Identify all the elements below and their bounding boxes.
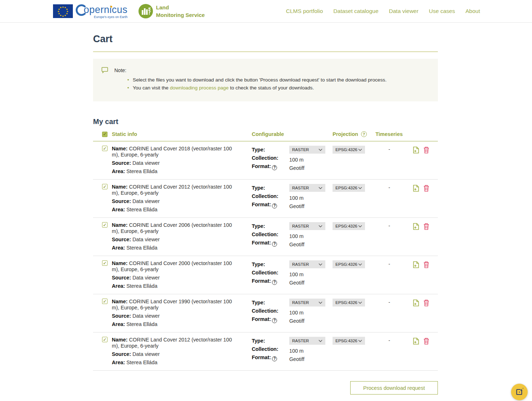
copernicus-text: opernicus xyxy=(84,4,128,16)
configurable-labels: Type: Collection: Format:? xyxy=(252,146,289,171)
copernicus-logo[interactable]: ★★★★★★★★★★★★ opernicus Europe's eyes on … xyxy=(53,4,128,19)
trash-icon[interactable] xyxy=(423,146,429,154)
item-area: Sterea Elláda xyxy=(127,321,158,327)
nav-item[interactable]: About xyxy=(465,8,480,14)
format-help-icon[interactable]: ? xyxy=(272,356,277,361)
cart-row: ✓ Name: CORINE Land Cover 2006 (vector/r… xyxy=(93,218,438,256)
format-help-icon[interactable]: ? xyxy=(272,318,277,323)
column-configurable: Configurable xyxy=(252,131,333,137)
item-area: Sterea Elláda xyxy=(127,207,158,212)
chevron-down-icon xyxy=(318,301,322,304)
type-select[interactable]: RASTER xyxy=(289,260,325,268)
format-value: Geotiff xyxy=(289,318,333,324)
type-select[interactable]: RASTER xyxy=(289,337,325,345)
source-label: Source: xyxy=(112,198,131,204)
format-help-icon[interactable]: ? xyxy=(272,280,277,285)
static-info-cell: Name: CORINE Land Cover 1990 (vector/ras… xyxy=(112,299,239,327)
downloading-process-page-link[interactable]: downloading process page xyxy=(170,85,229,91)
row-checkbox[interactable]: ✓ xyxy=(102,222,107,228)
trash-icon[interactable] xyxy=(423,185,429,192)
item-area: Sterea Elláda xyxy=(127,245,158,251)
projection-cell: EPSG:4326 xyxy=(333,299,375,307)
file-plus-icon[interactable] xyxy=(413,261,419,268)
file-plus-icon[interactable] xyxy=(413,185,419,192)
logo-group: ★★★★★★★★★★★★ opernicus Europe's eyes on … xyxy=(53,4,205,19)
select-all-checkbox[interactable]: ✓ xyxy=(102,132,107,137)
item-source: Data viewer xyxy=(132,160,160,166)
title-divider xyxy=(93,52,438,52)
note-item: You can visit the downloading process pa… xyxy=(127,85,438,91)
eu-flag-icon: ★★★★★★★★★★★★ xyxy=(53,4,73,18)
static-info-cell: Name: CORINE Land Cover 2000 (vector/ras… xyxy=(112,260,239,289)
file-plus-icon[interactable] xyxy=(413,223,419,230)
nav-item[interactable]: Use cases xyxy=(429,8,455,14)
configurable-values: RASTER 100 m Geotiff xyxy=(289,184,333,209)
item-source: Data viewer xyxy=(132,275,160,281)
type-select[interactable]: RASTER xyxy=(289,299,325,307)
format-help-icon[interactable]: ? xyxy=(272,165,277,170)
item-name: CORINE Land Cover 2000 (vector/raster 10… xyxy=(112,260,232,272)
type-select[interactable]: RASTER xyxy=(289,146,325,154)
trash-icon[interactable] xyxy=(423,338,429,345)
row-actions xyxy=(413,146,438,154)
area-label: Area: xyxy=(112,321,125,327)
row-actions xyxy=(413,222,438,230)
row-checkbox[interactable]: ✓ xyxy=(102,184,107,189)
row-checkbox[interactable]: ✓ xyxy=(102,146,107,151)
projection-select[interactable]: EPSG:4326 xyxy=(333,146,365,154)
row-checkbox[interactable]: ✓ xyxy=(102,299,107,304)
item-source: Data viewer xyxy=(132,351,160,357)
format-value: Geotiff xyxy=(289,280,333,286)
type-select-value: RASTER xyxy=(292,300,309,305)
projection-cell: EPSG:4326 xyxy=(333,184,375,192)
feedback-fab-button[interactable] xyxy=(511,384,528,400)
trash-icon[interactable] xyxy=(423,299,429,307)
projection-cell: EPSG:4326 xyxy=(333,260,375,268)
type-select-value: RASTER xyxy=(292,339,309,343)
process-download-request-button[interactable]: Process download request xyxy=(350,381,438,395)
format-label: Format: xyxy=(252,240,271,246)
collection-label: Collection: xyxy=(252,154,289,162)
type-label: Type: xyxy=(252,222,289,230)
cart-rows: ✓ Name: CORINE Land Cover 2018 (vector/r… xyxy=(93,141,438,371)
nav-item[interactable]: Dataset catalogue xyxy=(333,8,378,14)
type-select-value: RASTER xyxy=(292,186,309,190)
item-area: Sterea Elláda xyxy=(127,168,158,174)
cart-row: ✓ Name: CORINE Land Cover 2012 (vector/r… xyxy=(93,180,438,218)
area-label: Area: xyxy=(112,283,125,289)
format-label: Format: xyxy=(252,316,271,322)
format-help-icon[interactable]: ? xyxy=(272,203,277,208)
format-label: Format: xyxy=(252,202,271,207)
projection-cell: EPSG:4326 xyxy=(333,146,375,154)
row-checkbox[interactable]: ✓ xyxy=(102,337,107,342)
name-label: Name: xyxy=(112,184,128,190)
projection-select[interactable]: EPSG:4326 xyxy=(333,260,365,268)
trash-icon[interactable] xyxy=(423,261,429,268)
format-help-icon[interactable]: ? xyxy=(272,242,277,247)
name-label: Name: xyxy=(112,337,128,343)
nav-item[interactable]: Data viewer xyxy=(389,8,418,14)
type-select[interactable]: RASTER xyxy=(289,184,325,192)
row-checkbox[interactable]: ✓ xyxy=(102,260,107,266)
file-plus-icon[interactable] xyxy=(413,338,419,345)
projection-select[interactable]: EPSG:4326 xyxy=(333,222,365,230)
item-name: CORINE Land Cover 1990 (vector/raster 10… xyxy=(112,299,232,310)
projection-select[interactable]: EPSG:4326 xyxy=(333,184,365,192)
name-label: Name: xyxy=(112,299,128,304)
chevron-down-icon xyxy=(318,187,322,189)
projection-select[interactable]: EPSG:4326 xyxy=(333,299,365,307)
eu-star-icon: ★ xyxy=(58,12,60,15)
projection-select-value: EPSG:4326 xyxy=(335,339,357,343)
projection-help-icon[interactable]: ? xyxy=(361,131,367,137)
type-select[interactable]: RASTER xyxy=(289,222,325,230)
file-plus-icon[interactable] xyxy=(413,146,419,154)
file-plus-icon[interactable] xyxy=(413,299,419,307)
lms-logo[interactable]: Land Monitoring Service xyxy=(139,4,205,19)
type-select-value: RASTER xyxy=(292,224,309,228)
collection-value: 100 m xyxy=(289,233,333,239)
trash-icon[interactable] xyxy=(423,223,429,230)
projection-select[interactable]: EPSG:4326 xyxy=(333,337,365,345)
collection-label: Collection: xyxy=(252,192,289,200)
nav-item[interactable]: CLMS portfolio xyxy=(286,8,323,14)
cart-row: ✓ Name: CORINE Land Cover 2000 (vector/r… xyxy=(93,256,438,294)
